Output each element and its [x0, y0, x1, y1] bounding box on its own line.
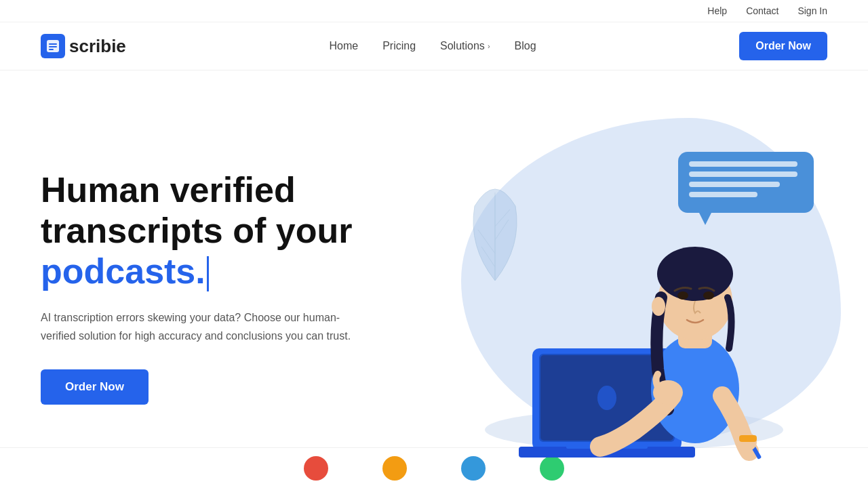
text-cursor — [207, 256, 209, 291]
nav-pricing[interactable]: Pricing — [382, 40, 416, 52]
logo-icon — [41, 34, 65, 58]
hero-order-button[interactable]: Order Now — [41, 369, 149, 405]
svg-point-13 — [597, 386, 616, 410]
logo[interactable]: scribie — [41, 34, 126, 58]
svg-rect-2 — [49, 46, 57, 47]
nav-links: Home Pricing Solutions › Blog — [329, 40, 536, 52]
svg-rect-1 — [49, 43, 57, 45]
signin-link[interactable]: Sign In — [797, 5, 827, 16]
help-link[interactable]: Help — [707, 5, 727, 16]
chat-line-2 — [689, 171, 797, 177]
hero-section: Human verified transcripts of your podca… — [0, 70, 868, 464]
chat-line-1 — [689, 161, 797, 167]
nav-home[interactable]: Home — [329, 40, 358, 52]
chat-line-3 — [689, 182, 780, 187]
hero-description: AI transcription errors skewing your dat… — [41, 308, 366, 345]
svg-point-20 — [677, 291, 688, 300]
chat-bubble — [678, 152, 814, 213]
main-nav: scribie Home Pricing Solutions › Blog Or… — [0, 22, 868, 70]
nav-blog[interactable]: Blog — [515, 40, 536, 52]
svg-point-19 — [657, 247, 733, 301]
hero-illustration — [373, 111, 827, 464]
svg-point-21 — [703, 291, 714, 300]
top-bar: Help Contact Sign In — [0, 0, 868, 22]
hero-text-block: Human verified transcripts of your podca… — [41, 170, 373, 405]
nav-order-button[interactable]: Order Now — [739, 32, 827, 60]
svg-rect-26 — [739, 435, 757, 442]
chat-line-4 — [689, 192, 757, 197]
stat-item-1 — [304, 456, 328, 464]
nav-solutions[interactable]: Solutions › — [440, 40, 490, 52]
logo-text: scribie — [69, 36, 126, 57]
chevron-down-icon: › — [488, 42, 490, 50]
hero-heading: Human verified transcripts of your podca… — [41, 170, 373, 291]
svg-rect-3 — [49, 49, 54, 50]
svg-point-22 — [652, 297, 665, 316]
stat-dot-red — [304, 456, 328, 464]
contact-link[interactable]: Contact — [746, 5, 778, 16]
